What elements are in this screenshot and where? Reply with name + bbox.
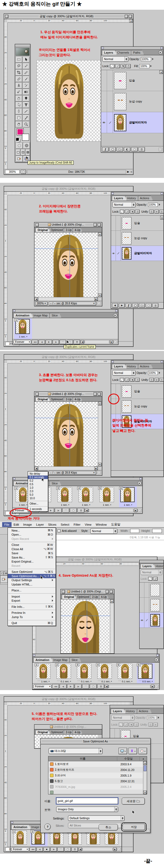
loop-select[interactable]: Forever▼ [13,340,31,344]
path-select-tool[interactable] [15,102,22,108]
menu-item-new[interactable]: New...⌘N [8,528,56,533]
tab-2up[interactable]: 2-Up [64,397,74,401]
delete-layer-button[interactable] [153,303,158,308]
file-row[interactable]: 2.토마토토이즈2004.11.20 [48,767,143,773]
blend-mode-select[interactable]: Normal [102,56,128,62]
animation-frame-4[interactable]: 41 sec.▾ [77,487,95,508]
tab-slice[interactable]: Slice [49,481,62,486]
layer-row-girl[interactable]: 금발머리여자 [111,246,164,261]
animation-frame-1[interactable]: 1°°°1 sec.▾ [35,663,52,685]
line-tool[interactable] [23,108,30,115]
layer-row-brows[interactable]: 눈섭 copy [111,231,164,246]
settings-select[interactable]: Default Settings [68,815,124,821]
next-frame-button[interactable]: |▶ [55,508,62,513]
layer-link-cell[interactable] [116,231,121,246]
dodge-tool[interactable] [23,95,30,102]
layer-visibility-toggle[interactable] [101,91,107,112]
lock-all-toggle[interactable] [126,64,131,68]
zoom-box[interactable] [93,223,97,226]
next-frame-button[interactable]: |▶ [53,340,59,344]
animation-frame-3[interactable]: 3°°°0.1 sec.▾ [76,663,93,685]
blend-mode-select[interactable]: Normal [112,370,135,375]
opacity-field[interactable]: 100% [148,203,158,207]
default-colors-icon[interactable] [16,138,19,141]
layer-mask-button[interactable] [110,147,116,152]
height-field[interactable] [152,529,162,533]
fill-field[interactable]: 100% [139,64,150,68]
resize-grip[interactable] [147,829,150,832]
filename-input[interactable] [56,798,118,804]
tab-layers[interactable]: Layers [102,50,117,55]
tab-4up[interactable]: 4-Up [73,397,83,401]
loop-select[interactable]: Forever▼ [33,684,52,689]
collapse-box[interactable] [97,393,101,396]
file-row[interactable]: 7f783006_m.jpg2005.2.4 [48,784,143,789]
zoom-popup[interactable]: 300%▼ [36,302,48,305]
zoom-field[interactable]: 300% [5,170,19,174]
tween-button[interactable]: °°° [63,508,69,513]
close-box[interactable] [36,223,39,226]
new-set-button[interactable] [139,303,145,308]
file-row[interactable]: 1.토마토넷2003.9.4 [48,761,143,767]
file-row[interactable]: 6.창고2004.12.31 [48,778,143,784]
animation-frame-6[interactable]: 61 sec.▾ [119,487,137,508]
document-canvas[interactable] [35,402,98,466]
lock-position-toggle[interactable] [130,210,134,214]
screen-mode-standard[interactable] [15,149,20,156]
palette-menu-button[interactable] [158,51,162,55]
width-field[interactable] [130,529,139,533]
help-button[interactable]: ? [44,824,51,830]
layer-row-lips[interactable]: 입술 [101,70,163,91]
palette-scroll-up[interactable]: ▲ [159,70,163,74]
previous-frame-button[interactable]: ◀| [112,303,118,308]
tab-original[interactable]: Original [36,397,50,401]
layer-style-button[interactable]: ƒ [102,147,109,152]
tween-button[interactable]: °°° [60,340,66,344]
menu-select[interactable]: Select [58,522,72,527]
menu-item-quit[interactable]: Quit⌘Q [8,621,56,625]
scroll-up-button[interactable]: ▲ [129,19,133,23]
layer-thumbnail[interactable] [122,217,131,229]
layer-visibility-toggle[interactable] [101,112,107,133]
style-select[interactable]: Normal [90,528,117,534]
layer-style-button[interactable]: ƒ [126,303,131,308]
eraser-tool[interactable] [15,89,22,95]
layer-thumbnail[interactable] [114,72,126,89]
export-icon[interactable] [15,156,23,162]
new-layer-button[interactable] [146,303,152,308]
layer-thumbnail[interactable] [122,232,131,245]
zoom-tool[interactable] [23,121,30,127]
menu-item-export-original[interactable]: Export Original... [8,560,56,564]
play-button[interactable]: ▶ [46,340,52,344]
palette-menu-button[interactable] [113,313,117,317]
menu-item-place[interactable]: Place... [8,588,56,593]
menu-help[interactable]: 도움말 [109,522,123,527]
resize-grip[interactable] [114,340,117,344]
animation-frame-5[interactable]: 51 sec.▾ [98,487,116,508]
animation-frame-5[interactable]: 5°°°0.1 sec.▾ [116,663,134,685]
jump-to-photoshop-fragment[interactable] [0,576,8,583]
tab-4up[interactable]: 4-Up [73,228,83,232]
scroll-right-button[interactable]: ▶ [110,340,113,344]
tab-2up[interactable]: 2-Up [64,228,74,232]
stop-button[interactable]: ■ [44,847,50,851]
status-arrow2-icon[interactable]: ◀ [130,170,132,173]
layer-visibility-toggle[interactable] [111,231,116,246]
quickmask-mode-button[interactable] [23,142,30,149]
layer-row-brows[interactable]: 눈섭 copy [111,399,164,414]
window-titlebar[interactable]: 금발 copy @ 300% (금발머리여자, RGB) [4,14,133,19]
tab-optimized[interactable]: Optimized [49,228,65,232]
tab-actions[interactable]: Actions [138,364,153,369]
tab-layers[interactable]: Layers [140,564,155,568]
horizontal-scrollbar[interactable]: ◀▶ [35,466,98,470]
resize-grip[interactable] [159,148,162,151]
download-time-popup[interactable]: -- / -- sec @ 28.8 Kbps▼ [49,471,96,475]
adjustment-layer-button[interactable] [124,147,130,152]
menu-item-output-settings[interactable]: Output Settings [8,578,56,583]
layer-link-cell[interactable] [107,91,113,112]
standard-mode-button[interactable] [15,142,23,149]
collapse-box[interactable] [97,223,101,226]
download-time-popup[interactable]: -- / -- sec @ 28.8 Kbps▼ [49,302,96,305]
lock-pixels-toggle[interactable] [115,64,120,68]
close-box[interactable] [36,393,39,396]
